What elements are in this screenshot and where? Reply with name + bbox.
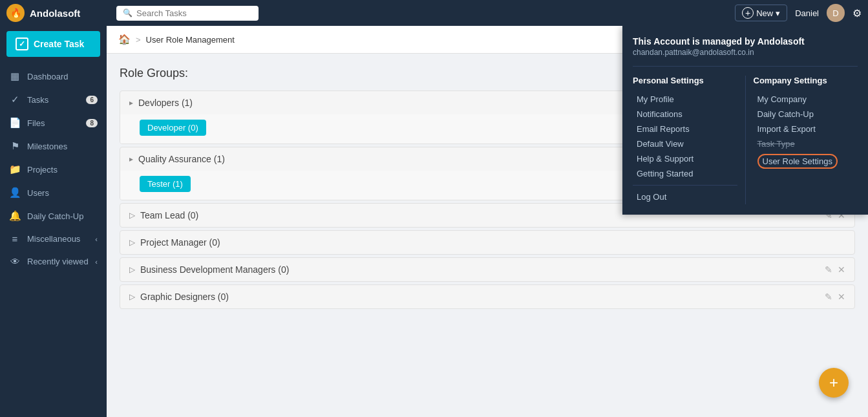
dropdown-divider	[633, 185, 737, 186]
role-group-bdm: ▷ Business Development Managers (0) ✎ ✕	[120, 257, 855, 282]
graphic-designers-edit-icon[interactable]: ✎	[825, 292, 832, 302]
new-button[interactable]: + New ▾	[735, 5, 787, 21]
sidebar-item-tasks[interactable]: ✓ Tasks 6	[0, 88, 107, 111]
personal-settings-col: Personal Settings My Profile Notificatio…	[633, 76, 737, 204]
sidebar-item-daily-catchup[interactable]: 🔔 Daily Catch-Up	[0, 204, 107, 228]
tester-tag[interactable]: Tester (1)	[140, 176, 191, 192]
role-group-bdm-header[interactable]: ▷ Business Development Managers (0) ✎ ✕	[120, 258, 854, 281]
daily-catchup-icon: 🔔	[9, 210, 21, 222]
account-email: chandan.pattnaik@andolasoft.co.in	[633, 48, 858, 57]
search-icon: 🔍	[123, 8, 132, 17]
user-role-settings-highlight: User Role Settings	[757, 154, 838, 169]
team-lead-name: Team Lead (0)	[140, 210, 198, 220]
graphic-designers-chevron: ▷	[129, 292, 135, 301]
graphic-designers-close-icon[interactable]: ✕	[838, 292, 845, 302]
tasks-icon: ✓	[9, 94, 21, 105]
avatar: D	[827, 4, 845, 22]
role-group-project-manager-header[interactable]: ▷ Project Manager (0)	[120, 231, 854, 254]
role-group-graphic-designers: ▷ Graphic Designers (0) ✎ ✕	[120, 284, 855, 309]
dropdown-my-profile[interactable]: My Profile	[633, 92, 737, 107]
dropdown-import-export[interactable]: Import & Export	[754, 122, 858, 136]
sidebar-item-files[interactable]: 📄 Files 8	[0, 111, 107, 134]
devlopers-name: Devlopers (1)	[138, 98, 193, 108]
qa-name: Quality Assurance (1)	[138, 154, 225, 164]
new-button-icon: +	[742, 7, 754, 19]
settings-dropdown: This Account is managed by Andolasoft ch…	[622, 26, 868, 215]
logo-area: 🔥 Andolasoft	[6, 4, 110, 22]
home-icon[interactable]: 🏠	[118, 34, 131, 45]
sidebar: ✓ Create Task ▦ Dashboard ✓ Tasks 6 📄 Fi…	[0, 26, 107, 417]
dropdown-getting-started[interactable]: Getting Started	[633, 166, 737, 181]
dropdown-user-role-settings[interactable]: User Role Settings	[754, 151, 858, 171]
bdm-close-icon[interactable]: ✕	[838, 264, 845, 275]
create-task-icon: ✓	[16, 37, 28, 50]
miscellaneous-chevron: ‹	[95, 235, 98, 243]
team-lead-chevron: ▷	[129, 211, 135, 220]
gear-icon[interactable]: ⚙	[852, 7, 862, 19]
files-badge: 8	[86, 119, 98, 127]
personal-settings-title: Personal Settings	[633, 76, 737, 85]
sidebar-item-dashboard[interactable]: ▦ Dashboard	[0, 65, 107, 88]
developer-tag[interactable]: Developer (0)	[140, 120, 206, 136]
role-group-graphic-designers-header[interactable]: ▷ Graphic Designers (0) ✎ ✕	[120, 285, 854, 308]
dropdown-notifications[interactable]: Notifications	[633, 107, 737, 122]
graphic-designers-name: Graphic Designers (0)	[140, 292, 229, 302]
top-navigation: 🔥 Andolasoft 🔍 + New ▾ Daniel D ⚙	[0, 0, 868, 26]
files-icon: 📄	[9, 117, 21, 129]
dropdown-task-type[interactable]: Task Type	[754, 136, 858, 151]
milestones-icon: ⚑	[9, 140, 21, 152]
devlopers-chevron: ▸	[129, 98, 133, 107]
dropdown-default-view[interactable]: Default View	[633, 136, 737, 151]
fab-button[interactable]: +	[819, 368, 849, 398]
recently-viewed-icon: 👁	[9, 256, 21, 267]
sidebar-item-projects[interactable]: 📁 Projects	[0, 158, 107, 181]
main-layout: ✓ Create Task ▦ Dashboard ✓ Tasks 6 📄 Fi…	[0, 26, 868, 417]
bdm-chevron: ▷	[129, 265, 135, 274]
bdm-name: Business Development Managers (0)	[140, 264, 289, 275]
content-area: 🏠 > User Role Management Role Groups: ▸ …	[107, 26, 868, 417]
search-box[interactable]: 🔍	[116, 6, 259, 21]
search-input[interactable]	[136, 8, 252, 18]
dropdown-columns: Personal Settings My Profile Notificatio…	[633, 66, 858, 204]
nav-right: + New ▾ Daniel D ⚙	[735, 4, 862, 22]
recently-viewed-chevron: ‹	[95, 258, 98, 266]
sidebar-item-miscellaneous[interactable]: ≡ Miscellaneous ‹	[0, 228, 107, 250]
dropdown-email-reports[interactable]: Email Reports	[633, 122, 737, 136]
sidebar-item-milestones[interactable]: ⚑ Milestones	[0, 134, 107, 158]
account-title: This Account is managed by Andolasoft	[633, 36, 858, 47]
bdm-edit-icon[interactable]: ✎	[825, 264, 832, 275]
sidebar-item-recently-viewed[interactable]: 👁 Recently viewed ‹	[0, 250, 107, 273]
breadcrumb-current: User Role Management	[146, 35, 235, 45]
users-icon: 👤	[9, 187, 21, 198]
logo-icon: 🔥	[6, 4, 25, 22]
project-manager-chevron: ▷	[129, 238, 135, 247]
create-task-button[interactable]: ✓ Create Task	[6, 31, 100, 57]
company-settings-col: Company Settings My Company Daily Catch-…	[754, 76, 858, 204]
column-divider	[745, 76, 746, 204]
sidebar-item-users[interactable]: 👤 Users	[0, 181, 107, 204]
project-manager-name: Project Manager (0)	[140, 237, 220, 248]
projects-icon: 📁	[9, 164, 21, 175]
company-settings-title: Company Settings	[754, 76, 858, 85]
role-group-project-manager: ▷ Project Manager (0)	[120, 230, 855, 255]
graphic-designers-actions: ✎ ✕	[825, 292, 845, 302]
dropdown-my-company[interactable]: My Company	[754, 92, 858, 107]
dropdown-log-out[interactable]: Log Out	[633, 189, 737, 204]
miscellaneous-icon: ≡	[9, 233, 21, 244]
qa-chevron: ▸	[129, 155, 133, 164]
logo-text: Andolasoft	[30, 8, 80, 19]
user-name: Daniel	[795, 8, 819, 18]
bdm-actions: ✎ ✕	[825, 264, 845, 275]
dropdown-daily-catchup[interactable]: Daily Catch-Up	[754, 107, 858, 122]
dashboard-icon: ▦	[9, 70, 21, 82]
breadcrumb-separator: >	[136, 35, 141, 45]
dropdown-help-support[interactable]: Help & Support	[633, 151, 737, 166]
tasks-badge: 6	[86, 96, 98, 104]
